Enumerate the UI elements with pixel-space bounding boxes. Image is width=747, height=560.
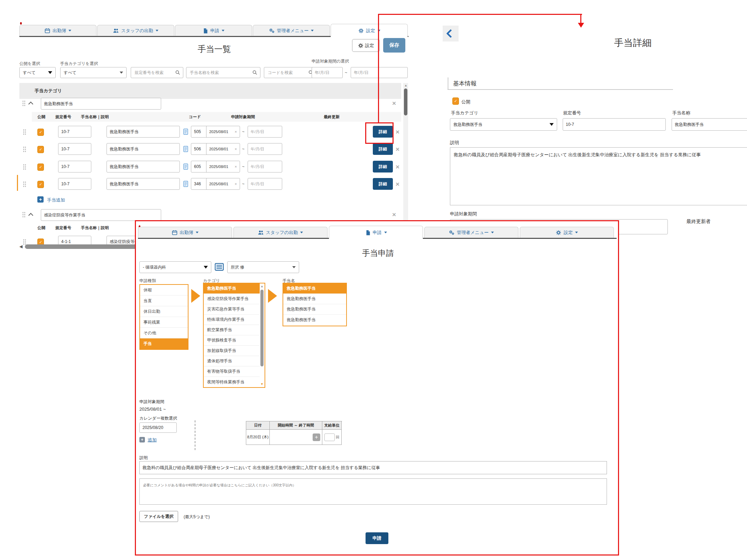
save-button[interactable]: 保存 bbox=[383, 38, 405, 53]
collapse-chevron-icon[interactable] bbox=[28, 213, 33, 218]
drag-handle[interactable] bbox=[23, 239, 27, 245]
period-end-filter[interactable] bbox=[351, 67, 408, 78]
list-item[interactable]: 航空業務手当 bbox=[204, 325, 260, 335]
code-search-input[interactable] bbox=[267, 70, 308, 75]
list-item[interactable]: 事前残業 bbox=[140, 317, 188, 328]
back-button[interactable] bbox=[443, 26, 459, 41]
period-start-input[interactable]: 2025/08/01× bbox=[206, 178, 240, 190]
clear-icon[interactable]: × bbox=[235, 182, 237, 186]
clear-icon[interactable]: × bbox=[235, 147, 237, 151]
period-start-input[interactable]: 2025/08/01× bbox=[206, 143, 240, 155]
tab-settings[interactable]: 設定 bbox=[331, 24, 408, 37]
reg-number-input[interactable] bbox=[58, 161, 91, 172]
add-date-link[interactable]: 追加 bbox=[148, 437, 157, 443]
drag-handle[interactable] bbox=[22, 100, 26, 106]
add-allowance-icon[interactable]: + bbox=[37, 196, 44, 203]
list-item[interactable]: 有害物等取扱手当 bbox=[204, 366, 260, 377]
list-item[interactable]: 救急勤務医手当 bbox=[283, 294, 346, 304]
drag-handle[interactable] bbox=[23, 129, 27, 135]
close-icon[interactable]: × bbox=[396, 164, 399, 170]
publish-checkbox[interactable]: ✓ bbox=[37, 129, 44, 136]
detail-button[interactable]: 詳細 bbox=[373, 126, 393, 138]
group-name-input[interactable] bbox=[41, 209, 161, 221]
drag-handle[interactable] bbox=[22, 212, 26, 217]
description-textarea[interactable]: 救急科の職員及び総合周産期母子医療センターにおいて 出生後新生児集中治療室に入院… bbox=[450, 147, 747, 205]
reg-number-input[interactable] bbox=[563, 118, 666, 131]
close-icon[interactable]: × bbox=[392, 211, 396, 218]
list-item[interactable]: 救急勤務医手当 bbox=[283, 315, 346, 325]
settings-button[interactable]: 設定 bbox=[352, 39, 380, 52]
period-end-input[interactable] bbox=[248, 161, 282, 172]
detail-button[interactable]: 詳細 bbox=[373, 161, 393, 172]
close-icon[interactable]: × bbox=[396, 129, 399, 135]
allowance-name-input[interactable] bbox=[107, 161, 180, 172]
document-icon[interactable] bbox=[183, 129, 188, 135]
scroll-up-icon[interactable]: ▲ bbox=[404, 84, 407, 87]
close-icon[interactable]: × bbox=[396, 181, 399, 187]
list-item[interactable]: 遺体処理手当 bbox=[204, 356, 260, 366]
category-select[interactable]: 救急勤務医手当 bbox=[450, 118, 557, 131]
scroll-left-icon[interactable]: ◀ bbox=[19, 244, 22, 249]
add-allowance-link[interactable]: 手当追加 bbox=[47, 197, 65, 203]
list-item[interactable]: 休日出勤 bbox=[140, 306, 188, 317]
drag-handle[interactable] bbox=[23, 181, 27, 187]
reg-number-input[interactable] bbox=[58, 178, 91, 190]
publish-filter-select[interactable]: すべて bbox=[19, 67, 56, 78]
unit-input[interactable] bbox=[324, 433, 335, 441]
document-icon[interactable] bbox=[183, 164, 188, 170]
tab-admin-menu[interactable]: 管理者メニュー bbox=[253, 25, 330, 36]
list-item[interactable]: 甲状腺検査手当 bbox=[204, 335, 260, 346]
allowance-name-input[interactable] bbox=[107, 126, 180, 138]
publish-checkbox[interactable]: ✓ bbox=[37, 181, 44, 188]
list-item-selected[interactable]: 手当 bbox=[140, 338, 188, 349]
file-select-button[interactable]: ファイルを選択 bbox=[139, 511, 178, 522]
allowance-name-search-input[interactable] bbox=[189, 70, 252, 75]
reg-number-input[interactable] bbox=[58, 126, 91, 138]
detail-button[interactable]: 詳細 bbox=[373, 178, 393, 190]
calendar-date-input[interactable] bbox=[139, 422, 177, 433]
tab-application[interactable]: 申請 bbox=[175, 25, 252, 36]
comment-textarea[interactable] bbox=[139, 478, 607, 505]
reg-number-search-input[interactable] bbox=[134, 70, 175, 75]
period-start-input[interactable]: 2025/08/01× bbox=[206, 161, 240, 172]
period-end-input[interactable] bbox=[248, 143, 282, 155]
close-icon[interactable]: × bbox=[396, 146, 399, 152]
tab-staff-attendance[interactable]: スタッフの出勤 bbox=[97, 25, 174, 36]
period-end-input[interactable] bbox=[248, 126, 282, 138]
list-item[interactable]: 感染症防疫等作業手当 bbox=[204, 294, 260, 304]
publish-checkbox[interactable]: ✓ bbox=[452, 97, 459, 105]
department-select[interactable]: - 循環器内科 bbox=[139, 261, 211, 273]
tab-attendance-book[interactable]: 出勤簿 bbox=[138, 227, 232, 238]
add-date-icon[interactable]: + bbox=[139, 437, 145, 442]
collapse-chevron-icon[interactable] bbox=[28, 102, 33, 106]
description-textarea[interactable]: 救急科の職員及び総合周産期母子医療センターにおいて 出生後新生児集中治療室に入院… bbox=[139, 461, 607, 474]
drag-handle[interactable] bbox=[23, 164, 27, 170]
tab-settings[interactable]: 設定 bbox=[520, 227, 614, 238]
tab-attendance-book[interactable]: 出勤簿 bbox=[19, 25, 96, 36]
staff-list-icon[interactable] bbox=[215, 263, 224, 271]
add-time-button[interactable]: + bbox=[313, 433, 320, 441]
period-start-input[interactable]: 2025/08/01× bbox=[206, 126, 240, 138]
list-item[interactable]: 特殊環境内作業手当 bbox=[204, 315, 260, 325]
reg-number-input[interactable] bbox=[58, 143, 91, 155]
allowance-name-input[interactable] bbox=[107, 143, 180, 155]
scroll-down-icon[interactable]: ▼ bbox=[260, 383, 264, 386]
list-item[interactable]: その他 bbox=[140, 328, 188, 338]
list-item[interactable]: 当直 bbox=[140, 296, 188, 306]
list-item[interactable]: 休暇 bbox=[140, 285, 188, 296]
scrollbar-thumb[interactable] bbox=[404, 88, 407, 115]
scroll-up-icon[interactable]: ▲ bbox=[260, 285, 264, 288]
scrollbar-thumb[interactable] bbox=[260, 290, 264, 366]
document-icon[interactable] bbox=[183, 146, 188, 152]
detail-button[interactable]: 詳細 bbox=[373, 143, 393, 155]
allowance-name-input[interactable] bbox=[672, 118, 747, 131]
publish-checkbox[interactable]: ✓ bbox=[37, 146, 44, 153]
list-item-selected[interactable]: 救急勤務医手当 bbox=[204, 283, 260, 294]
list-item[interactable]: 夜間等特殊業務手当 bbox=[204, 377, 260, 387]
person-select[interactable]: 所沢 修 bbox=[227, 261, 299, 273]
list-item[interactable]: 放射線取扱手当 bbox=[204, 346, 260, 356]
clear-icon[interactable]: × bbox=[235, 165, 237, 169]
period-start-filter[interactable] bbox=[312, 67, 343, 78]
tab-admin-menu[interactable]: 管理者メニュー bbox=[424, 227, 518, 238]
category-filter-select[interactable]: すべて bbox=[60, 67, 127, 78]
